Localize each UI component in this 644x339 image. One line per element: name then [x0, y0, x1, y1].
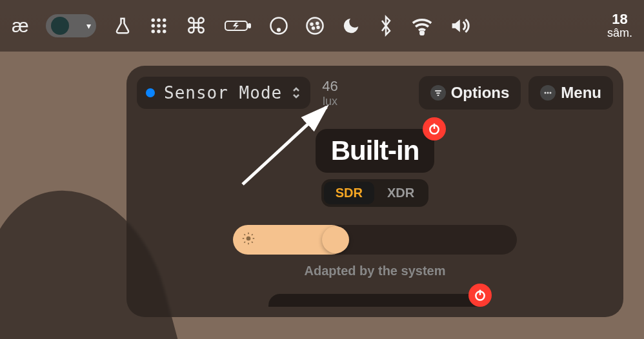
- svg-point-5: [163, 24, 166, 28]
- svg-point-12: [277, 28, 280, 31]
- menubar-date[interactable]: 18 sâm.: [607, 12, 632, 40]
- svg-point-24: [547, 92, 549, 94]
- secondary-display-chip[interactable]: [268, 294, 481, 307]
- menubar: æ ▾ ⌘ 18 sâm.: [0, 0, 644, 52]
- dynamic-range-toggle[interactable]: SDR XDR: [321, 179, 428, 207]
- svg-line-36: [244, 242, 245, 243]
- pill-toggle[interactable]: ▾: [46, 14, 96, 37]
- bluetooth-icon[interactable]: [377, 15, 394, 37]
- mode-selector[interactable]: Sensor Mode: [137, 77, 310, 109]
- display-name: Built-in: [331, 135, 419, 166]
- svg-point-0: [151, 19, 155, 23]
- svg-point-6: [151, 30, 155, 34]
- svg-point-7: [157, 30, 161, 34]
- pill-indicator: [51, 17, 69, 35]
- options-label: Options: [451, 84, 510, 102]
- lux-label: lux: [322, 95, 337, 108]
- svg-point-23: [545, 92, 547, 94]
- date-label: sâm.: [607, 27, 632, 40]
- svg-rect-21: [436, 93, 440, 94]
- brightness-panel: Sensor Mode 46 lux Options Menu: [126, 66, 623, 317]
- panel-header: Sensor Mode 46 lux Options Menu: [137, 76, 613, 110]
- ellipsis-icon: [540, 85, 556, 101]
- svg-line-37: [252, 234, 253, 235]
- cookie-icon[interactable]: [305, 16, 325, 35]
- svg-point-8: [163, 30, 166, 34]
- svg-point-16: [316, 23, 318, 24]
- svg-line-35: [252, 242, 253, 243]
- lux-value: 46: [322, 78, 337, 95]
- menu-label: Menu: [561, 84, 601, 102]
- svg-point-18: [317, 26, 319, 28]
- power-icon[interactable]: [423, 117, 446, 140]
- lux-readout: 46 lux: [322, 78, 337, 108]
- sun-icon: [242, 232, 255, 247]
- svg-point-19: [420, 32, 423, 35]
- brightness-slider[interactable]: [233, 225, 517, 255]
- range-xdr[interactable]: XDR: [376, 182, 426, 204]
- command-icon[interactable]: ⌘: [185, 13, 207, 39]
- svg-rect-22: [437, 95, 439, 96]
- circle-icon[interactable]: [269, 16, 288, 35]
- svg-line-34: [244, 234, 245, 235]
- updown-chevron-icon: [291, 86, 301, 100]
- display-chip[interactable]: Built-in: [316, 129, 435, 173]
- svg-point-25: [550, 92, 552, 94]
- chevron-down-icon: ▾: [86, 21, 91, 31]
- svg-point-4: [157, 24, 161, 28]
- ae-icon[interactable]: æ: [12, 15, 29, 37]
- svg-point-1: [157, 19, 161, 23]
- slider-knob[interactable]: [322, 226, 349, 253]
- mode-label: Sensor Mode: [164, 83, 282, 102]
- date-day: 18: [607, 12, 632, 27]
- wifi-icon[interactable]: [411, 16, 433, 35]
- moon-icon[interactable]: [341, 16, 361, 35]
- menu-button[interactable]: Menu: [528, 76, 613, 110]
- options-button[interactable]: Options: [419, 76, 521, 110]
- svg-rect-20: [435, 90, 441, 92]
- svg-point-29: [247, 237, 251, 241]
- svg-rect-10: [248, 24, 250, 28]
- svg-point-17: [312, 27, 314, 29]
- grid-dots-icon[interactable]: [149, 16, 168, 35]
- power-icon[interactable]: [468, 284, 492, 307]
- volume-icon[interactable]: [450, 16, 472, 35]
- mode-indicator-dot: [146, 88, 155, 97]
- filter-icon: [430, 85, 446, 101]
- display-section: Built-in SDR XDR Adapted by the system: [137, 129, 613, 307]
- battery-charging-icon[interactable]: [224, 16, 252, 35]
- svg-point-15: [310, 23, 312, 25]
- svg-point-2: [163, 19, 166, 23]
- svg-point-3: [151, 24, 155, 28]
- flask-icon[interactable]: [113, 16, 132, 35]
- slider-caption: Adapted by the system: [305, 264, 446, 278]
- range-sdr[interactable]: SDR: [324, 182, 374, 204]
